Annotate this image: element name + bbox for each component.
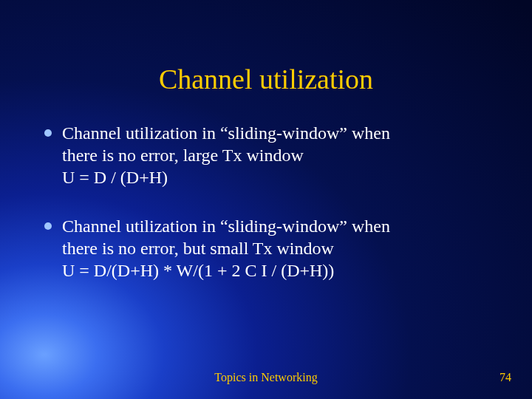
slide: Channel utilization Channel utilization …: [0, 0, 532, 399]
bullet-icon: [44, 222, 52, 230]
slide-content: Channel utilization in “sliding-window” …: [44, 122, 502, 308]
bullet-text: Channel utilization in “sliding-window” …: [62, 122, 502, 188]
page-number: 74: [499, 371, 511, 384]
bullet-line: there is no error, large Tx window: [62, 144, 502, 166]
bullet-line: U = D/(D+H) * W/(1 + 2 C I / (D+H)): [62, 259, 502, 282]
bullet-line: Channel utilization in “sliding-window” …: [62, 122, 502, 144]
bullet-item: Channel utilization in “sliding-window” …: [44, 215, 502, 282]
bullet-line: there is no error, but small Tx window: [62, 237, 502, 259]
bullet-text: Channel utilization in “sliding-window” …: [62, 215, 502, 282]
bullet-line: Channel utilization in “sliding-window” …: [62, 215, 502, 237]
bullet-line: U = D / (D+H): [62, 166, 502, 188]
bullet-item: Channel utilization in “sliding-window” …: [44, 122, 502, 188]
bullet-icon: [44, 129, 52, 137]
slide-title: Channel utilization: [0, 63, 532, 95]
footer-text: Topics in Networking: [0, 371, 532, 384]
